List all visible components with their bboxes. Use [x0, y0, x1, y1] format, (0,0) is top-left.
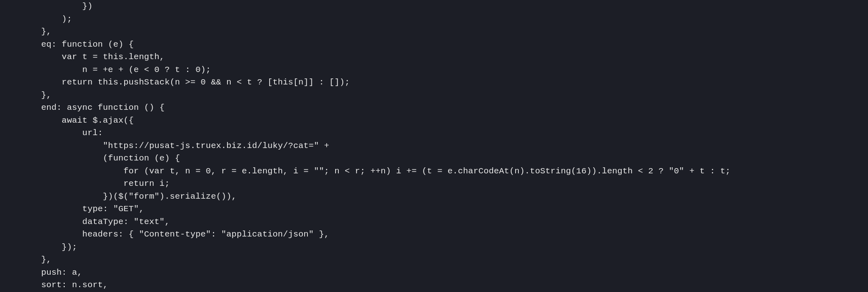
code-block[interactable]: }) ); }, eq: function (e) { var t = this… [0, 0, 868, 292]
